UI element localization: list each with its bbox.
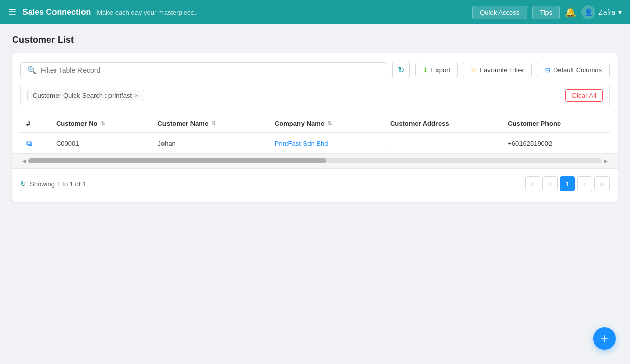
export-icon: ⬇ bbox=[423, 66, 428, 74]
header-tagline: Make each day your masterpiece. bbox=[97, 9, 472, 16]
clear-all-button[interactable]: Clear All bbox=[565, 89, 603, 102]
filter-tag: Customer Quick Search : printfast × bbox=[27, 90, 144, 101]
quick-access-button[interactable]: Quick Access bbox=[472, 6, 527, 19]
cell-customer-name: Johan bbox=[151, 133, 268, 153]
favourite-filter-button[interactable]: ☆ Favourite Filter bbox=[463, 63, 532, 77]
page-first-button[interactable]: « bbox=[525, 176, 540, 191]
header-actions: Quick Access Tips 🔔 👤 Zafra ▾ bbox=[472, 5, 622, 19]
filter-tag-close-button[interactable]: × bbox=[135, 92, 139, 99]
scroll-right-arrow[interactable]: ▸ bbox=[602, 157, 610, 165]
tips-button[interactable]: Tips bbox=[532, 6, 560, 19]
cell-company-name[interactable]: PrintFast Sdn Bhd bbox=[268, 133, 384, 153]
showing-text-area: ↻ Showing 1 to 1 of 1 bbox=[20, 180, 86, 188]
cell-customer-address: - bbox=[384, 133, 502, 153]
page-last-button[interactable]: » bbox=[594, 176, 610, 191]
brand-name: Sales Connection bbox=[22, 8, 91, 17]
filter-bar: Customer Quick Search : printfast × Clea… bbox=[20, 85, 610, 106]
filter-tags: Customer Quick Search : printfast × bbox=[27, 90, 144, 101]
table-wrapper: # Customer No ⇅ Customer Name ⇅ bbox=[20, 115, 610, 153]
table-row: ⧉ C00001 Johan PrintFast Sdn Bhd - +6016… bbox=[20, 133, 610, 153]
col-company-name[interactable]: Company Name ⇅ bbox=[268, 115, 384, 133]
star-icon: ☆ bbox=[471, 66, 477, 74]
app-header: ☰ Sales Connection Make each day your ma… bbox=[0, 0, 630, 24]
cell-customer-no: C00001 bbox=[50, 133, 152, 153]
notification-icon[interactable]: 🔔 bbox=[565, 7, 576, 18]
customer-table: # Customer No ⇅ Customer Name ⇅ bbox=[20, 115, 610, 153]
main-card: 🔍 ↻ ⬇ Export ☆ Favourite Filter ⊞ Defaul… bbox=[12, 53, 618, 202]
col-customer-no-label: Customer No bbox=[56, 120, 98, 127]
menu-icon[interactable]: ☰ bbox=[8, 7, 16, 18]
col-hash: # bbox=[20, 115, 50, 133]
horizontal-scrollbar[interactable]: ◂ ▸ bbox=[12, 153, 618, 169]
favourite-filter-label: Favourite Filter bbox=[480, 66, 524, 74]
user-avatar-icon: 👤 bbox=[581, 5, 595, 19]
showing-text: Showing 1 to 1 of 1 bbox=[30, 180, 86, 188]
company-name-link[interactable]: PrintFast Sdn Bhd bbox=[275, 139, 328, 147]
table-footer: ↻ Showing 1 to 1 of 1 « ‹ 1 › » bbox=[20, 169, 610, 193]
search-icon: 🔍 bbox=[27, 66, 37, 75]
col-customer-name[interactable]: Customer Name ⇅ bbox=[151, 115, 268, 133]
scroll-thumb[interactable] bbox=[28, 158, 326, 163]
columns-icon: ⊞ bbox=[544, 66, 550, 74]
toolbar: 🔍 ↻ ⬇ Export ☆ Favourite Filter ⊞ Defaul… bbox=[20, 62, 610, 78]
pagination-controls: « ‹ 1 › » bbox=[525, 176, 610, 191]
page-title: Customer List bbox=[12, 35, 618, 45]
open-link-icon[interactable]: ⧉ bbox=[26, 138, 32, 147]
sort-icon-customer-name: ⇅ bbox=[211, 120, 216, 127]
user-menu[interactable]: 👤 Zafra ▾ bbox=[581, 5, 622, 19]
cell-customer-phone: +60162519002 bbox=[502, 133, 610, 153]
sort-icon-company-name: ⇅ bbox=[327, 120, 332, 127]
col-customer-phone: Customer Phone bbox=[502, 115, 610, 133]
user-name: Zafra bbox=[598, 8, 615, 16]
default-columns-label: Default Columns bbox=[553, 66, 602, 74]
col-customer-name-label: Customer Name bbox=[157, 120, 208, 127]
refresh-button[interactable]: ↻ bbox=[392, 62, 410, 78]
pagination-row: ↻ Showing 1 to 1 of 1 « ‹ 1 › » bbox=[20, 174, 610, 193]
page-content: Customer List 🔍 ↻ ⬇ Export ☆ Favourite F… bbox=[0, 24, 630, 212]
page-next-button[interactable]: › bbox=[577, 176, 592, 191]
export-label: Export bbox=[431, 66, 451, 74]
col-customer-no[interactable]: Customer No ⇅ bbox=[50, 115, 152, 133]
export-button[interactable]: ⬇ Export bbox=[415, 63, 458, 77]
scroll-track[interactable] bbox=[28, 158, 602, 163]
col-company-name-label: Company Name bbox=[275, 120, 324, 127]
col-customer-address: Customer Address bbox=[384, 115, 502, 133]
row-open-link[interactable]: ⧉ bbox=[20, 133, 50, 153]
table-header-row: # Customer No ⇅ Customer Name ⇅ bbox=[20, 115, 610, 133]
page-1-button[interactable]: 1 bbox=[560, 176, 575, 191]
search-box: 🔍 bbox=[20, 62, 387, 78]
page-prev-button[interactable]: ‹ bbox=[542, 176, 558, 191]
default-columns-button[interactable]: ⊞ Default Columns bbox=[537, 63, 610, 77]
sort-icon-customer-no: ⇅ bbox=[101, 120, 105, 127]
scroll-left-arrow[interactable]: ◂ bbox=[20, 157, 28, 165]
refresh-small-icon[interactable]: ↻ bbox=[20, 180, 26, 188]
user-dropdown-icon: ▾ bbox=[618, 8, 622, 16]
filter-tag-label: Customer Quick Search : printfast bbox=[33, 92, 132, 99]
search-input[interactable] bbox=[41, 66, 380, 74]
